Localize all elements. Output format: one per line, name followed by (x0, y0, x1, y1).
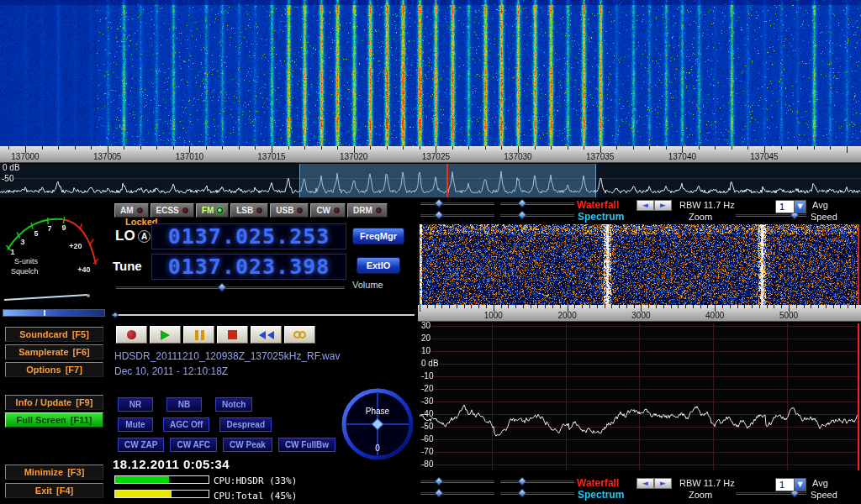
dsp-button-nb[interactable]: NB (166, 397, 202, 412)
spectrum-range-slider[interactable] (420, 489, 494, 498)
freqmgr-button[interactable]: FreqMgr (352, 228, 404, 244)
slider-track (420, 214, 494, 217)
rewind-button[interactable] (251, 326, 282, 344)
waterfall-brightness-slider[interactable] (420, 199, 494, 208)
volume-slider[interactable] (116, 283, 345, 292)
phase-value: 0 (375, 444, 380, 453)
s-meter-pivot (87, 294, 90, 297)
db-scale-label: -80 (421, 459, 433, 469)
options-button[interactable]: Options[F7] (5, 362, 103, 377)
play-button[interactable] (150, 326, 181, 344)
slider-thumb[interactable] (517, 198, 526, 207)
slider-thumb[interactable] (517, 488, 526, 497)
cpu-total-bar (114, 490, 209, 498)
mode-button-drm[interactable]: DRM (347, 203, 388, 218)
minimize-button[interactable]: Minimize[F3] (5, 465, 103, 480)
button-hotkey: [F3] (67, 467, 84, 477)
dsp-button-nr[interactable]: NR (118, 397, 153, 412)
waterfall-contrast-slider[interactable] (500, 477, 574, 486)
mode-button-fm[interactable]: FM (196, 203, 229, 218)
waterfall-brightness-slider[interactable] (420, 477, 494, 486)
stop-icon (228, 330, 237, 339)
frequency-ruler-label: 137000 (11, 152, 39, 161)
pause-button[interactable] (183, 326, 214, 344)
mode-button-usb[interactable]: USB (270, 203, 309, 218)
squelch-level-bar[interactable] (3, 309, 105, 317)
samplerate-button[interactable]: Samplerate[F6] (5, 344, 103, 360)
s-meter: 1 3 5 7 9 +20 +40 S-units Squelch (2, 204, 108, 309)
avg-label: Avg (812, 478, 828, 488)
tune-frequency-display[interactable]: 0137.023.398 (151, 254, 346, 280)
main-spectrum-display[interactable]: 0 dB -50 (0, 164, 861, 197)
mode-button-ecss[interactable]: ECSS (151, 203, 194, 218)
extio-button[interactable]: ExtIO (357, 257, 400, 274)
spectrum-range-slider[interactable] (420, 211, 494, 220)
spectrum-offset-slider[interactable] (500, 489, 574, 498)
mode-led-icon (297, 207, 303, 213)
volume-slider-thumb[interactable] (218, 282, 227, 291)
rx-waterfall-display[interactable] (420, 224, 859, 305)
lo-label: LO (115, 228, 135, 244)
squelch-marker[interactable] (44, 310, 45, 316)
slider-track (500, 480, 574, 483)
loop-button[interactable] (284, 326, 315, 344)
mode-button-lsb[interactable]: LSB (230, 203, 268, 218)
main-frequency-ruler[interactable]: 1370001370051370101370151370201370251370… (0, 146, 861, 163)
dsp-button-agc-off[interactable]: AGC Off (163, 417, 209, 432)
info-update-button[interactable]: Info / Update[F9] (5, 395, 103, 410)
stop-button[interactable] (217, 326, 248, 344)
hdsdr-window: 1370001370051370101370151370201370251370… (0, 0, 861, 504)
slider-track (116, 286, 345, 289)
zoom-label: Zoom (689, 490, 712, 500)
dsp-button-cw-zap[interactable]: CW ZAP (118, 438, 164, 452)
mode-label: ECSS (156, 206, 179, 215)
dsp-button-despread[interactable]: Despread (219, 417, 272, 432)
dsp-button-cw-peak[interactable]: CW Peak (223, 438, 272, 452)
chevron-down-icon[interactable]: ▼ (794, 201, 806, 213)
full-screen-button[interactable]: Full Screen[F11] (5, 412, 103, 428)
zoom-in-button[interactable]: ► (654, 200, 672, 211)
dsp-button-cw-fullbw[interactable]: CW FullBw (278, 438, 335, 452)
spectrum-offset-slider[interactable] (500, 211, 574, 220)
slider-track (112, 314, 415, 316)
button-label: Samplerate (18, 347, 68, 357)
db-scale-label: -50 (421, 422, 433, 431)
db-scale-label: 0 dB (421, 359, 439, 368)
avg-combo[interactable]: 1▼ (775, 200, 806, 213)
position-thumb[interactable] (112, 312, 119, 318)
slider-thumb[interactable] (434, 210, 443, 219)
slider-thumb[interactable] (517, 210, 526, 219)
record-button[interactable] (116, 326, 147, 344)
waterfall-contrast-slider[interactable] (500, 199, 574, 208)
slider-thumb[interactable] (434, 198, 443, 207)
slider-thumb[interactable] (517, 476, 526, 486)
mode-led-icon (182, 207, 188, 213)
rx-spectrum-canvas[interactable] (420, 323, 859, 470)
dsp-button-notch[interactable]: Notch (215, 397, 252, 412)
mode-button-cw[interactable]: CW (310, 203, 346, 218)
rx-frequency-ruler[interactable]: 10002000300040005000 (418, 305, 861, 322)
mode-button-am[interactable]: AM (114, 203, 149, 218)
chevron-down-icon[interactable]: ▼ (794, 479, 806, 491)
rbw-label: RBW 11.7 Hz (679, 200, 735, 210)
s-meter-tick-label: +20 (69, 242, 82, 250)
dsp-button-mute[interactable]: Mute (118, 417, 153, 432)
date-time-display: 18.12.2011 0:05:34 (113, 457, 230, 471)
exit-button[interactable]: Exit[F4] (5, 483, 103, 498)
db-scale-label: 20 (421, 333, 430, 343)
avg-combo[interactable]: 1▼ (775, 478, 806, 491)
rx-spectrum-display[interactable]: 3020100 dB-10-20-30-40-50-60-70-80 (420, 323, 859, 470)
zoom-out-button[interactable]: ◄ (637, 478, 654, 489)
playback-position-slider[interactable] (112, 312, 415, 319)
button-hotkey: [F4] (56, 486, 73, 496)
lo-lock-badge[interactable]: A (138, 230, 151, 243)
slider-thumb[interactable] (434, 476, 443, 486)
slider-thumb[interactable] (434, 488, 443, 497)
main-waterfall-display[interactable] (0, 0, 861, 146)
speed-label: Speed (811, 212, 837, 222)
zoom-in-button[interactable]: ► (654, 478, 672, 489)
zoom-out-button[interactable]: ◄ (637, 200, 654, 211)
soundcard-button[interactable]: Soundcard[F5] (5, 327, 103, 342)
lo-frequency-display[interactable]: 0137.025.253 (151, 223, 346, 249)
dsp-button-cw-afc[interactable]: CW AFC (170, 438, 217, 452)
